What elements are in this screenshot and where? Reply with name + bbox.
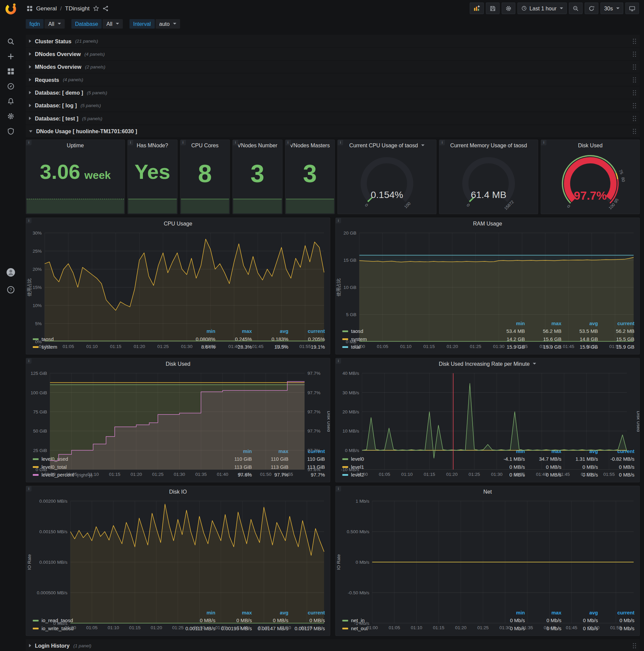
refresh-button[interactable] — [585, 2, 599, 14]
svg-text:-1 Mb/s: -1 Mb/s — [354, 621, 369, 626]
add-panel-button[interactable] — [470, 2, 484, 14]
panel-disk-used-rate: i Disk Used Increasing Rate per Minute 0… — [335, 358, 640, 482]
panel-title[interactable]: Disk Used Increasing Rate per Minute — [336, 359, 640, 369]
panel-title[interactable]: VNodes Number — [233, 140, 282, 151]
dashboards-grid-icon[interactable] — [0, 64, 22, 79]
variable-value-dropdown[interactable]: auto — [155, 19, 180, 28]
star-icon[interactable] — [93, 5, 99, 11]
row-requests[interactable]: Requests (4 panels) — [26, 73, 640, 86]
svg-text:01:05: 01:05 — [377, 344, 388, 349]
memory-gauge[interactable]: 015872 — [440, 151, 538, 214]
drag-handle-icon[interactable] — [632, 64, 636, 70]
explore-compass-icon[interactable] — [0, 79, 22, 94]
svg-text:01:05: 01:05 — [66, 472, 77, 477]
zoom-out-button[interactable] — [569, 2, 583, 14]
row-dnodes-overview[interactable]: DNodes Overview (4 panels) — [26, 48, 640, 60]
svg-text:01:20: 01:20 — [130, 472, 142, 477]
svg-text:0.000500 MB/s: 0.000500 MB/s — [37, 590, 68, 595]
panel-info-icon[interactable]: i — [26, 486, 32, 492]
svg-text:01:10: 01:10 — [411, 625, 422, 630]
drag-handle-icon[interactable] — [632, 76, 636, 83]
disk-used-gauge[interactable]: 0758095100 — [541, 151, 639, 214]
panel-title[interactable]: Uptime — [26, 140, 124, 151]
svg-text:01:50: 01:50 — [260, 472, 271, 477]
user-avatar[interactable] — [0, 265, 22, 280]
variable-value-dropdown[interactable]: All — [44, 19, 65, 28]
panel-uptime: i Uptime 3.06week — [26, 140, 125, 214]
panel-info-icon[interactable]: i — [233, 140, 238, 145]
panel-info-icon[interactable]: i — [181, 140, 186, 145]
variable-value-dropdown[interactable]: All — [103, 19, 123, 28]
refresh-interval-dropdown[interactable]: 30s — [601, 2, 623, 14]
drag-handle-icon[interactable] — [632, 102, 636, 109]
panel-info-icon[interactable]: i — [26, 140, 32, 145]
panel-info-icon[interactable]: i — [26, 218, 32, 223]
help-icon[interactable]: ? — [0, 282, 22, 297]
stat-sparkline — [27, 199, 124, 213]
row-dnode-usage-expanded[interactable]: DNode Usage [ huolinhe-TM1701:6030 ] — [26, 125, 640, 137]
create-plus-icon[interactable] — [0, 49, 22, 64]
panel-info-icon[interactable]: i — [440, 140, 445, 145]
save-dashboard-button[interactable] — [486, 2, 500, 14]
panel-title[interactable]: Disk IO — [26, 486, 330, 497]
panel-title[interactable]: Current Memory Usage of taosd — [440, 140, 538, 151]
chart-plot[interactable]: 01:0001:0501:1001:1501:2001:2501:3001:35… — [336, 229, 640, 318]
panel-title[interactable]: Current CPU Usage of taosd — [338, 140, 436, 151]
breadcrumb-dashboard-title[interactable]: TDinsight — [65, 5, 90, 12]
svg-text:0: 0 — [465, 203, 471, 208]
chart-plot[interactable]: 01:0001:0501:1001:1501:2001:2501:3001:35… — [336, 369, 640, 446]
row-database-log[interactable]: Database: [ log ] (5 panels) — [26, 99, 640, 112]
chart-plot[interactable]: 01:0001:0501:1001:1501:2001:2501:3001:35… — [26, 229, 330, 327]
drag-handle-icon[interactable] — [632, 90, 636, 96]
cycle-view-mode-button[interactable] — [625, 2, 639, 14]
drag-handle-icon[interactable] — [632, 51, 636, 57]
svg-text:01:20: 01:20 — [455, 625, 466, 630]
chart-plot[interactable]: 01:0001:0501:1001:1501:2001:2501:3001:35… — [336, 497, 640, 608]
panel-title[interactable]: CPU Cores — [181, 140, 230, 151]
panel-info-icon[interactable]: i — [26, 359, 32, 364]
drag-handle-icon[interactable] — [632, 642, 636, 649]
row-database-test[interactable]: Database: [ test ] (5 panels) — [26, 112, 640, 124]
grafana-logo-icon[interactable] — [5, 2, 17, 15]
cpu-gauge[interactable]: 0100 — [338, 151, 436, 214]
time-range-picker[interactable]: Last 1 hour — [518, 2, 567, 14]
drag-handle-icon[interactable] — [632, 128, 636, 134]
panel-info-icon[interactable]: i — [336, 218, 341, 223]
variable-label: fqdn — [26, 19, 44, 28]
chart-plot[interactable]: 01:0001:0501:1001:1501:2001:2501:3001:35… — [26, 497, 330, 608]
admin-shield-icon[interactable] — [0, 124, 22, 139]
drag-handle-icon[interactable] — [632, 115, 636, 122]
alerting-bell-icon[interactable] — [0, 94, 22, 109]
svg-text:01:35: 01:35 — [195, 472, 206, 477]
panel-title[interactable]: VNodes Masters — [285, 140, 335, 151]
panel-info-icon[interactable]: i — [128, 140, 133, 145]
search-icon[interactable] — [0, 34, 22, 49]
variable-interval: Interval auto — [129, 19, 180, 28]
panel-info-icon[interactable]: i — [336, 486, 341, 492]
drag-handle-icon[interactable] — [632, 38, 636, 44]
configuration-gear-icon[interactable] — [0, 109, 22, 124]
panel-title[interactable]: RAM Usage — [336, 218, 640, 228]
svg-text:97.7%: 97.7% — [308, 409, 321, 414]
panel-title[interactable]: Disk Used — [541, 140, 639, 151]
panel-title[interactable]: Net — [336, 486, 640, 497]
panel-title[interactable]: Disk Used — [26, 359, 330, 369]
panel-info-icon[interactable]: i — [338, 140, 343, 145]
panel-info-icon[interactable]: i — [541, 140, 546, 145]
chart-plot[interactable]: 01:0001:0501:1001:1501:2001:2501:3001:35… — [26, 369, 330, 446]
panel-info-icon[interactable]: i — [285, 140, 291, 145]
dashboard-settings-button[interactable] — [502, 2, 516, 14]
panel-info-icon[interactable]: i — [336, 359, 341, 364]
row-mnodes-overview[interactable]: MNodes Overview (2 panels) — [26, 61, 640, 73]
chevron-down-icon — [421, 145, 425, 146]
row-login-history[interactable]: Login History (1 panel) — [26, 639, 640, 651]
share-icon[interactable] — [102, 5, 109, 11]
apps-grid-icon[interactable] — [27, 5, 33, 11]
breadcrumb-section[interactable]: General — [36, 5, 57, 12]
row-database-demo[interactable]: Database: [ demo ] (5 panels) — [26, 86, 640, 99]
svg-text:01:45: 01:45 — [566, 625, 577, 630]
svg-text:01:40: 01:40 — [536, 472, 547, 477]
panel-title[interactable]: Has MNode? — [128, 140, 177, 151]
panel-title[interactable]: CPU Usage — [26, 218, 330, 228]
row-cluster-status[interactable]: Cluster Status (21 panels) — [26, 35, 640, 47]
